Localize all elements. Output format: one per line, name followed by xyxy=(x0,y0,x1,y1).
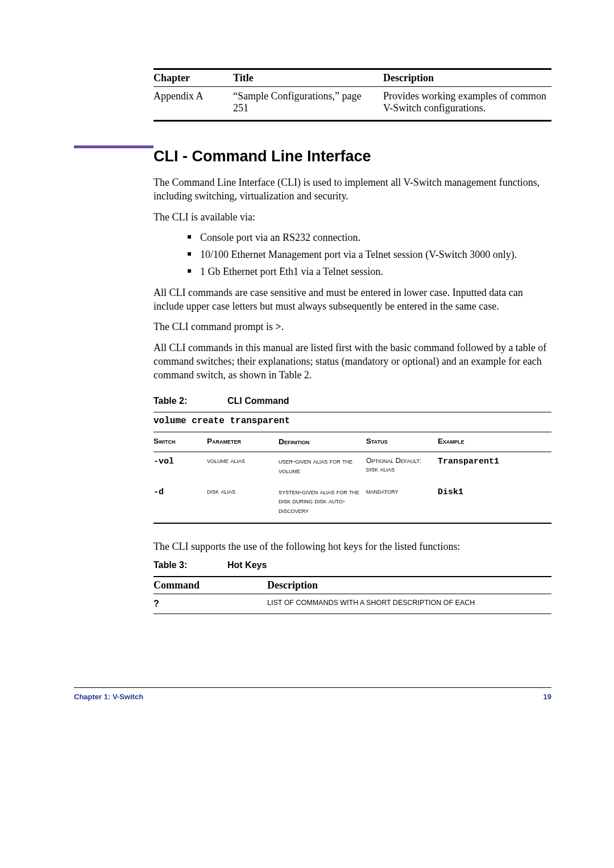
col-header: Example xyxy=(438,437,551,447)
table-row: -vol volume alias user-given alias for t… xyxy=(154,452,551,483)
cli-command: volume create transparent xyxy=(154,416,551,426)
col-header: Switch xyxy=(154,437,207,447)
table-row: Appendix A “Sample Configurations,” page… xyxy=(154,87,551,120)
list-item: Console port via an RS232 connection. xyxy=(188,231,551,244)
page-content: Chapter Title Description Appendix A “Sa… xyxy=(0,0,614,614)
table-row: ? list of commands with a short descript… xyxy=(154,594,551,614)
prompt-symbol: > xyxy=(275,321,281,332)
cell-description: Provides working examples of common V-Sw… xyxy=(383,90,551,114)
caption-title: Hot Keys xyxy=(227,560,267,570)
text-fragment: . xyxy=(281,321,284,332)
page-footer: Chapter 1: V-Switch 19 xyxy=(74,687,551,701)
col-header: Title xyxy=(233,72,383,84)
cli-switch-table: Switch Parameter Definition Status Examp… xyxy=(154,432,551,524)
col-header: Definition xyxy=(279,437,366,447)
col-header: Parameter xyxy=(207,437,279,447)
cell-parameter: volume alias xyxy=(207,457,279,476)
cell-definition: user-given alias for the volume xyxy=(279,457,366,476)
col-header: Status xyxy=(366,437,438,447)
paragraph: All CLI commands in this manual are list… xyxy=(154,341,551,382)
caption-number: Table 3: xyxy=(154,560,227,570)
paragraph: The Command Line Interface (CLI) is used… xyxy=(154,176,551,203)
col-header: Command xyxy=(154,579,267,591)
cell-parameter: disk alias xyxy=(207,487,279,516)
caption-number: Table 2: xyxy=(154,396,227,406)
cell-example: Disk1 xyxy=(438,487,551,516)
caption-title: CLI Command xyxy=(227,396,289,406)
cell-switch: -d xyxy=(154,487,207,516)
list-item: 10/100 Ethernet Management port via a Te… xyxy=(188,248,551,261)
chapter-table: Chapter Title Description Appendix A “Sa… xyxy=(154,68,551,122)
cell-status: Optional Default: disk alias xyxy=(366,457,438,476)
table-header-row: Switch Parameter Definition Status Examp… xyxy=(154,432,551,452)
text-fragment: The CLI command prompt is xyxy=(154,321,275,332)
table-row: -d disk alias system-given alias for the… xyxy=(154,483,551,523)
col-header: Chapter xyxy=(154,72,233,84)
table-header-row: Command Description xyxy=(154,577,551,594)
cell-command: ? xyxy=(154,599,267,609)
footer-chapter: Chapter 1: V-Switch xyxy=(74,692,143,701)
cell-title: “Sample Configurations,” page 251 xyxy=(233,90,383,114)
bullet-list: Console port via an RS232 connection. 10… xyxy=(188,231,551,279)
paragraph: The CLI is available via: xyxy=(154,210,551,224)
table-caption: Table 2:CLI Command xyxy=(154,396,551,406)
col-header: Description xyxy=(383,72,551,84)
cell-chapter: Appendix A xyxy=(154,90,233,114)
cell-switch: -vol xyxy=(154,457,207,476)
section-marker xyxy=(74,145,154,148)
cell-definition: system-given alias for the disk during d… xyxy=(279,487,366,516)
paragraph: All CLI commands are case sensitive and … xyxy=(154,286,551,314)
section-heading: CLI - Command Line Interface xyxy=(154,148,551,165)
paragraph: The CLI supports the use of the followin… xyxy=(154,540,551,553)
col-header: Description xyxy=(267,579,551,591)
table-header-row: Chapter Title Description xyxy=(154,70,551,86)
cell-description: list of commands with a short descriptio… xyxy=(267,599,551,609)
paragraph: The CLI command prompt is >. xyxy=(154,320,551,333)
footer-page-number: 19 xyxy=(544,692,551,701)
table-caption: Table 3:Hot Keys xyxy=(154,560,551,570)
cell-example: Transparent1 xyxy=(438,457,551,476)
cell-status: mandatory xyxy=(366,487,438,516)
list-item: 1 Gb Ethernet port Eth1 via a Telnet ses… xyxy=(188,265,551,278)
